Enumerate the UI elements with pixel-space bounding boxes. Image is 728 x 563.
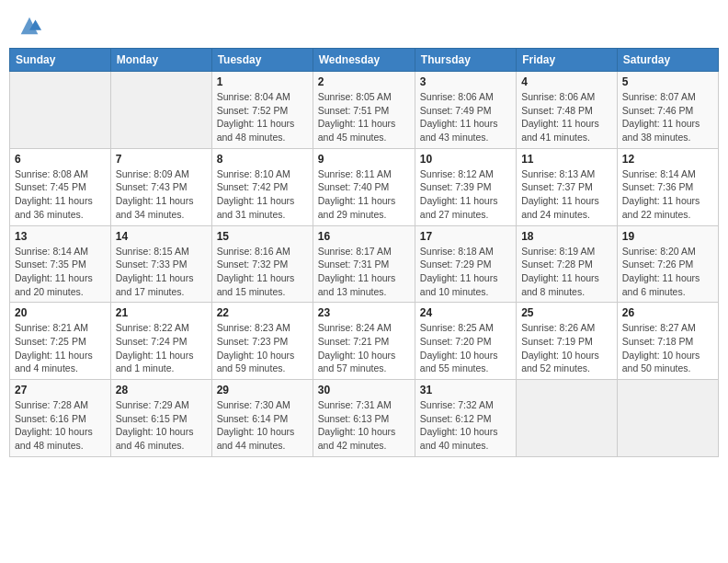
day-number: 3 bbox=[420, 75, 511, 88]
day-cell: 24Sunrise: 8:25 AM Sunset: 7:20 PM Dayli… bbox=[415, 303, 516, 380]
day-info: Sunrise: 8:15 AM Sunset: 7:33 PM Dayligh… bbox=[116, 245, 207, 299]
day-cell: 11Sunrise: 8:13 AM Sunset: 7:37 PM Dayli… bbox=[517, 148, 618, 225]
day-cell: 30Sunrise: 7:31 AM Sunset: 6:13 PM Dayli… bbox=[313, 380, 415, 457]
day-number: 27 bbox=[15, 384, 106, 396]
day-number: 12 bbox=[622, 153, 713, 166]
col-header-monday: Monday bbox=[110, 49, 211, 72]
day-cell: 1Sunrise: 8:04 AM Sunset: 7:52 PM Daylig… bbox=[211, 72, 313, 149]
day-info: Sunrise: 7:28 AM Sunset: 6:16 PM Dayligh… bbox=[15, 398, 106, 453]
day-number: 11 bbox=[521, 153, 612, 166]
day-info: Sunrise: 8:23 AM Sunset: 7:23 PM Dayligh… bbox=[217, 321, 308, 375]
header bbox=[9, 9, 719, 42]
day-info: Sunrise: 7:30 AM Sunset: 6:14 PM Dayligh… bbox=[217, 398, 308, 453]
week-row-4: 20Sunrise: 8:21 AM Sunset: 7:25 PM Dayli… bbox=[10, 303, 719, 380]
day-number: 5 bbox=[622, 75, 713, 88]
day-cell: 18Sunrise: 8:19 AM Sunset: 7:28 PM Dayli… bbox=[517, 225, 618, 303]
calendar-table: SundayMondayTuesdayWednesdayThursdayFrid… bbox=[9, 48, 719, 457]
day-info: Sunrise: 8:24 AM Sunset: 7:21 PM Dayligh… bbox=[318, 321, 410, 375]
day-cell: 6Sunrise: 8:08 AM Sunset: 7:45 PM Daylig… bbox=[10, 148, 111, 225]
day-cell: 16Sunrise: 8:17 AM Sunset: 7:31 PM Dayli… bbox=[313, 225, 415, 303]
week-row-5: 27Sunrise: 7:28 AM Sunset: 6:16 PM Dayli… bbox=[10, 380, 719, 457]
day-cell: 19Sunrise: 8:20 AM Sunset: 7:26 PM Dayli… bbox=[617, 225, 718, 303]
day-number: 10 bbox=[420, 153, 511, 166]
day-info: Sunrise: 8:06 AM Sunset: 7:49 PM Dayligh… bbox=[420, 90, 511, 144]
day-info: Sunrise: 8:19 AM Sunset: 7:28 PM Dayligh… bbox=[521, 245, 612, 299]
day-number: 4 bbox=[521, 75, 612, 88]
day-info: Sunrise: 8:14 AM Sunset: 7:36 PM Dayligh… bbox=[622, 167, 713, 222]
day-number: 19 bbox=[622, 230, 713, 243]
day-info: Sunrise: 8:14 AM Sunset: 7:35 PM Dayligh… bbox=[15, 245, 106, 299]
day-number: 16 bbox=[318, 230, 410, 243]
day-info: Sunrise: 8:17 AM Sunset: 7:31 PM Dayligh… bbox=[318, 245, 410, 299]
logo-icon bbox=[17, 13, 42, 39]
day-info: Sunrise: 8:18 AM Sunset: 7:29 PM Dayligh… bbox=[420, 245, 511, 299]
day-info: Sunrise: 7:31 AM Sunset: 6:13 PM Dayligh… bbox=[318, 398, 410, 453]
logo bbox=[15, 13, 42, 39]
day-cell bbox=[617, 380, 718, 457]
day-cell: 2Sunrise: 8:05 AM Sunset: 7:51 PM Daylig… bbox=[313, 72, 415, 149]
day-number: 13 bbox=[15, 230, 106, 243]
day-cell: 20Sunrise: 8:21 AM Sunset: 7:25 PM Dayli… bbox=[10, 303, 111, 380]
day-info: Sunrise: 8:27 AM Sunset: 7:18 PM Dayligh… bbox=[622, 321, 713, 375]
col-header-thursday: Thursday bbox=[415, 49, 516, 72]
day-number: 23 bbox=[318, 306, 410, 319]
day-cell: 28Sunrise: 7:29 AM Sunset: 6:15 PM Dayli… bbox=[110, 380, 211, 457]
day-cell: 26Sunrise: 8:27 AM Sunset: 7:18 PM Dayli… bbox=[617, 303, 718, 380]
day-number: 15 bbox=[217, 230, 308, 243]
day-number: 7 bbox=[116, 153, 207, 166]
day-info: Sunrise: 8:11 AM Sunset: 7:40 PM Dayligh… bbox=[318, 167, 410, 222]
day-number: 20 bbox=[15, 306, 106, 319]
day-number: 22 bbox=[217, 306, 308, 319]
day-number: 29 bbox=[217, 384, 308, 396]
day-info: Sunrise: 8:25 AM Sunset: 7:20 PM Dayligh… bbox=[420, 321, 511, 375]
day-number: 14 bbox=[116, 230, 207, 243]
col-header-sunday: Sunday bbox=[10, 49, 111, 72]
day-number: 28 bbox=[116, 384, 207, 396]
week-row-1: 1Sunrise: 8:04 AM Sunset: 7:52 PM Daylig… bbox=[10, 72, 719, 149]
day-cell: 29Sunrise: 7:30 AM Sunset: 6:14 PM Dayli… bbox=[211, 380, 313, 457]
day-info: Sunrise: 7:32 AM Sunset: 6:12 PM Dayligh… bbox=[420, 398, 511, 453]
day-cell: 17Sunrise: 8:18 AM Sunset: 7:29 PM Dayli… bbox=[415, 225, 516, 303]
col-header-wednesday: Wednesday bbox=[313, 49, 415, 72]
day-number: 2 bbox=[318, 75, 410, 88]
day-cell: 22Sunrise: 8:23 AM Sunset: 7:23 PM Dayli… bbox=[211, 303, 313, 380]
day-info: Sunrise: 8:07 AM Sunset: 7:46 PM Dayligh… bbox=[622, 90, 713, 144]
day-number: 31 bbox=[420, 384, 511, 396]
day-number: 18 bbox=[521, 230, 612, 243]
day-cell: 14Sunrise: 8:15 AM Sunset: 7:33 PM Dayli… bbox=[110, 225, 211, 303]
day-cell: 27Sunrise: 7:28 AM Sunset: 6:16 PM Dayli… bbox=[10, 380, 111, 457]
day-info: Sunrise: 8:21 AM Sunset: 7:25 PM Dayligh… bbox=[15, 321, 106, 375]
day-cell: 23Sunrise: 8:24 AM Sunset: 7:21 PM Dayli… bbox=[313, 303, 415, 380]
week-row-2: 6Sunrise: 8:08 AM Sunset: 7:45 PM Daylig… bbox=[10, 148, 719, 225]
week-row-3: 13Sunrise: 8:14 AM Sunset: 7:35 PM Dayli… bbox=[10, 225, 719, 303]
day-info: Sunrise: 8:26 AM Sunset: 7:19 PM Dayligh… bbox=[521, 321, 612, 375]
day-cell: 4Sunrise: 8:06 AM Sunset: 7:48 PM Daylig… bbox=[517, 72, 618, 149]
day-info: Sunrise: 8:12 AM Sunset: 7:39 PM Dayligh… bbox=[420, 167, 511, 222]
day-cell: 3Sunrise: 8:06 AM Sunset: 7:49 PM Daylig… bbox=[415, 72, 516, 149]
day-info: Sunrise: 7:29 AM Sunset: 6:15 PM Dayligh… bbox=[116, 398, 207, 453]
col-header-tuesday: Tuesday bbox=[211, 49, 313, 72]
day-number: 30 bbox=[318, 384, 410, 396]
day-cell: 21Sunrise: 8:22 AM Sunset: 7:24 PM Dayli… bbox=[110, 303, 211, 380]
day-cell: 12Sunrise: 8:14 AM Sunset: 7:36 PM Dayli… bbox=[617, 148, 718, 225]
day-info: Sunrise: 8:06 AM Sunset: 7:48 PM Dayligh… bbox=[521, 90, 612, 144]
day-cell: 15Sunrise: 8:16 AM Sunset: 7:32 PM Dayli… bbox=[211, 225, 313, 303]
day-number: 9 bbox=[318, 153, 410, 166]
day-number: 8 bbox=[217, 153, 308, 166]
day-number: 1 bbox=[217, 75, 308, 88]
day-number: 21 bbox=[116, 306, 207, 319]
day-number: 17 bbox=[420, 230, 511, 243]
day-info: Sunrise: 8:22 AM Sunset: 7:24 PM Dayligh… bbox=[116, 321, 207, 375]
col-header-saturday: Saturday bbox=[617, 49, 718, 72]
day-info: Sunrise: 8:16 AM Sunset: 7:32 PM Dayligh… bbox=[217, 245, 308, 299]
day-info: Sunrise: 8:09 AM Sunset: 7:43 PM Dayligh… bbox=[116, 167, 207, 222]
day-number: 25 bbox=[521, 306, 612, 319]
day-number: 6 bbox=[15, 153, 106, 166]
day-cell: 13Sunrise: 8:14 AM Sunset: 7:35 PM Dayli… bbox=[10, 225, 111, 303]
day-cell: 7Sunrise: 8:09 AM Sunset: 7:43 PM Daylig… bbox=[110, 148, 211, 225]
day-info: Sunrise: 8:20 AM Sunset: 7:26 PM Dayligh… bbox=[622, 245, 713, 299]
calendar-header-row: SundayMondayTuesdayWednesdayThursdayFrid… bbox=[10, 49, 719, 72]
day-cell: 10Sunrise: 8:12 AM Sunset: 7:39 PM Dayli… bbox=[415, 148, 516, 225]
day-info: Sunrise: 8:04 AM Sunset: 7:52 PM Dayligh… bbox=[217, 90, 308, 144]
day-cell: 8Sunrise: 8:10 AM Sunset: 7:42 PM Daylig… bbox=[211, 148, 313, 225]
